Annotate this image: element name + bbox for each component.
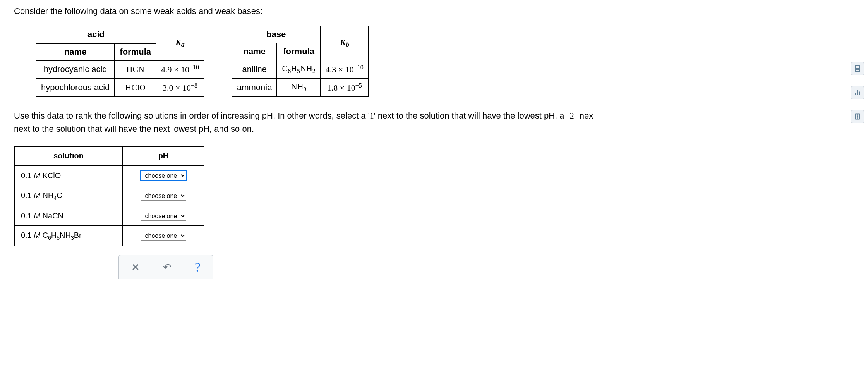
acid-name: hypochlorous acid — [36, 79, 115, 97]
question-icon: ? — [195, 260, 201, 274]
intro-text: Consider the following data on some weak… — [14, 6, 784, 16]
acid-ka: 3.0 × 10−8 — [156, 79, 204, 97]
table-row: 0.1 M NaCN choose one — [14, 206, 204, 226]
solution-label: 0.1 M C6H5NH3Br — [14, 226, 123, 246]
ph-select-0[interactable]: choose one — [141, 170, 187, 181]
svg-point-5 — [856, 70, 857, 70]
reference-button[interactable] — [851, 110, 864, 123]
bar-chart-button[interactable] — [851, 86, 864, 99]
controls-bar: ✕ ↶ ? — [118, 255, 213, 279]
svg-rect-8 — [855, 93, 856, 95]
rank-example-2: 2 — [568, 109, 576, 122]
book-icon — [854, 113, 861, 120]
ka-header: Ka — [156, 26, 204, 60]
base-formula: NH3 — [277, 78, 320, 96]
acid-group-header: acid — [36, 26, 156, 43]
calculator-button[interactable] — [851, 62, 864, 75]
acid-formula: HClO — [115, 79, 156, 97]
instruction-text: Use this data to rank the following solu… — [14, 109, 784, 135]
undo-icon: ↶ — [163, 261, 172, 273]
acid-name: hydrocyanic acid — [36, 60, 115, 79]
table-row: 0.1 M C6H5NH3Br choose one — [14, 226, 204, 246]
svg-point-4 — [858, 68, 859, 69]
acid-formula-header: formula — [115, 43, 156, 61]
acid-ka: 4.9 × 10−10 — [156, 60, 204, 79]
acid-name-header: name — [36, 43, 115, 61]
solution-header: solution — [14, 146, 123, 165]
table-row: 0.1 M KClO choose one — [14, 165, 204, 186]
x-icon: ✕ — [131, 261, 140, 273]
clear-button[interactable]: ✕ — [128, 261, 143, 274]
ph-select-3[interactable]: choose one — [141, 231, 186, 241]
svg-point-3 — [857, 68, 858, 69]
base-row: aniline C6H5NH2 4.3 × 10−10 — [232, 60, 369, 78]
acid-table: acid Ka name formula hydrocyanic acid HC… — [36, 26, 204, 97]
base-group-header: base — [232, 26, 321, 43]
solution-label: 0.1 M NH4Cl — [14, 186, 123, 206]
base-name: ammonia — [232, 78, 277, 96]
acid-row: hydrocyanic acid HCN 4.9 × 10−10 — [36, 60, 204, 79]
acid-row: hypochlorous acid HClO 3.0 × 10−8 — [36, 79, 204, 97]
bar-chart-icon — [854, 89, 861, 96]
base-formula-header: formula — [277, 43, 320, 60]
solution-label: 0.1 M KClO — [14, 165, 123, 186]
base-name-header: name — [232, 43, 277, 60]
svg-point-13 — [857, 116, 858, 117]
help-button[interactable]: ? — [192, 259, 204, 275]
base-kb: 1.8 × 10−5 — [321, 78, 369, 96]
svg-rect-9 — [857, 90, 858, 95]
ph-select-2[interactable]: choose one — [141, 211, 186, 221]
svg-rect-10 — [859, 92, 860, 95]
undo-button[interactable]: ↶ — [160, 261, 175, 274]
svg-point-6 — [857, 70, 858, 70]
base-kb: 4.3 × 10−10 — [321, 60, 369, 78]
ph-select-1[interactable]: choose one — [141, 191, 186, 201]
base-table: base Kb name formula aniline C6H5NH2 4.3… — [232, 26, 369, 97]
solution-table: solution pH 0.1 M KClO choose one 0.1 M … — [14, 146, 204, 246]
acid-formula: HCN — [115, 60, 156, 79]
svg-point-7 — [858, 70, 859, 70]
table-row: 0.1 M NH4Cl choose one — [14, 186, 204, 206]
base-row: ammonia NH3 1.8 × 10−5 — [232, 78, 369, 96]
solution-label: 0.1 M NaCN — [14, 206, 123, 226]
calculator-icon — [854, 65, 861, 72]
base-name: aniline — [232, 60, 277, 78]
svg-point-2 — [856, 68, 857, 69]
kb-header: Kb — [321, 26, 369, 60]
base-formula: C6H5NH2 — [277, 60, 320, 78]
ph-header: pH — [123, 146, 204, 165]
